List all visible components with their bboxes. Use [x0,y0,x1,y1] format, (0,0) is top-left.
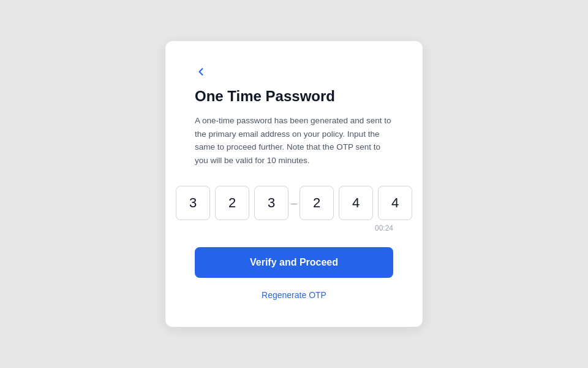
otp-input-2[interactable] [215,186,249,220]
otp-separator: – [291,186,297,220]
otp-input-1[interactable] [176,186,210,220]
otp-inputs: – [195,186,393,220]
otp-input-5[interactable] [339,186,373,220]
otp-card: One Time Password A one-time password ha… [165,41,423,326]
otp-group-second [300,186,412,220]
back-button[interactable] [195,66,207,78]
regenerate-otp-button[interactable]: Regenerate OTP [195,290,393,300]
page-title: One Time Password [195,88,393,105]
otp-group-first [176,186,288,220]
verify-proceed-button[interactable]: Verify and Proceed [195,247,393,278]
otp-timer: 00:24 [375,224,393,232]
timer-row: 00:24 [195,224,393,232]
otp-input-4[interactable] [300,186,334,220]
page-description: A one-time password has been generated a… [195,114,393,167]
otp-input-6[interactable] [378,186,412,220]
otp-input-3[interactable] [254,186,288,220]
